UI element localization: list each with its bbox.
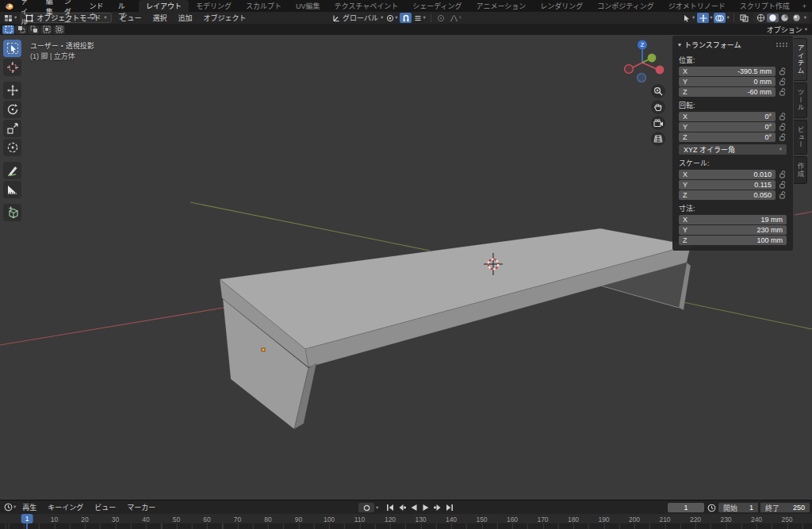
gizmo-x-ball[interactable] [656,66,665,75]
lock-icon[interactable] [779,67,787,75]
dimensions-z-field[interactable]: Z100 mm [679,236,787,245]
workspace-tab-8[interactable]: コンポジティング [590,0,661,12]
workspace-tab-10[interactable]: スクリプト作成 [733,0,797,12]
timeline-menu-2[interactable]: ビュー [89,502,121,512]
shading-solid-button[interactable] [767,13,779,22]
lock-icon[interactable] [779,133,787,141]
scale-x-field[interactable]: X0.010 [679,170,776,179]
sidebar-tab-0[interactable]: アイテム [794,38,807,81]
3d-viewport[interactable]: ユーザー・透視投影 (1) 脚 | 立方体 [0,35,812,500]
lock-icon[interactable] [779,191,787,199]
timeline-editor-type-button[interactable]: ▾ [3,502,17,512]
tool-options-dropdown[interactable]: オプション ▾ [767,25,807,35]
pan-button[interactable] [651,100,665,114]
scale-z-field[interactable]: Z0.050 [679,190,776,200]
workspace-tab-4[interactable]: テクスチャペイント [327,0,406,12]
timeline-menu-3[interactable]: マーカー [121,502,161,512]
sidebar-tab-2[interactable]: ビュー [794,120,807,155]
cursor-tool[interactable] [3,59,21,76]
play-button[interactable] [420,503,431,512]
caret-icon[interactable]: ▾ [710,15,712,21]
topbar-menu-1[interactable]: 編集 [40,0,59,12]
shading-material-button[interactable] [779,13,791,22]
xray-toggle[interactable] [738,13,750,23]
rotation-mode-dropdown[interactable]: XYZ オイラー角 ▾ [679,144,787,155]
add-workspace-button[interactable]: + [797,2,812,10]
workspace-tab-3[interactable]: UV編集 [289,0,327,12]
workspace-tab-2[interactable]: スカルプト [239,0,289,12]
gizmo-neg-z-ball[interactable] [638,74,646,82]
playhead-badge[interactable]: 1 [21,514,33,523]
rotation-y-field[interactable]: Y0° [679,122,776,132]
prev-keyframe-button[interactable] [396,503,407,512]
shading-rendered-button[interactable] [791,13,802,22]
measure-tool[interactable] [3,181,21,198]
current-frame-field[interactable]: 1 [668,503,704,512]
perspective-toggle-button[interactable] [651,132,665,146]
select-mode-intersect-button[interactable] [53,25,65,34]
panel-grip-icon[interactable] [776,42,787,48]
workspace-tab-7[interactable]: レンダリング [533,0,590,12]
zoom-button[interactable] [651,84,665,98]
viewport-menu-1[interactable]: 選択 [147,13,173,23]
rotate-tool[interactable] [3,101,21,118]
workspace-tab-1[interactable]: モデリング [189,0,239,12]
sidebar-tab-3[interactable]: 作成 [794,156,807,184]
next-keyframe-button[interactable] [432,503,442,512]
viewport-menu-3[interactable]: オブジェクト [198,13,252,23]
move-tool[interactable] [3,82,21,99]
rotation-z-field[interactable]: Z0° [679,132,776,142]
frame-end-field[interactable]: 終了 250 [760,503,810,512]
dimensions-y-field[interactable]: Y230 mm [679,225,787,235]
blender-logo-icon[interactable] [4,2,13,10]
show-overlays-toggle[interactable] [714,13,726,23]
workspace-tab-9[interactable]: ジオメトリノード [661,0,733,12]
select-box-tool[interactable] [3,40,21,57]
scale-y-field[interactable]: Y0.115 [679,180,776,190]
lock-icon[interactable] [779,171,787,178]
lock-icon[interactable] [779,78,787,86]
viewport-menu-2[interactable]: 追加 [173,13,198,23]
location-y-field[interactable]: Y0 mm [679,77,776,86]
bench-object[interactable] [220,228,691,429]
playhead-line[interactable] [26,523,28,529]
add-cube-tool[interactable] [3,204,21,221]
object-type-visibility-dropdown[interactable]: ▾ [682,13,695,23]
rotation-x-field[interactable]: X0° [679,112,776,121]
orientation-selector[interactable]: グローバル ▾ [331,13,384,23]
timeline-tick-strip[interactable] [0,523,812,529]
topbar-menu-0[interactable]: ファイル [15,0,40,12]
shading-wireframe-button[interactable] [755,13,767,22]
transform-tool[interactable] [3,139,21,156]
workspace-tab-5[interactable]: シェーディング [405,0,469,12]
navigation-gizmo[interactable]: Z [622,37,669,85]
lock-icon[interactable] [779,88,787,96]
play-reverse-button[interactable] [408,503,419,512]
proportional-editing-toggle[interactable] [435,13,447,23]
timeline-menu-1[interactable]: キーイング [42,502,89,512]
use-preview-range-toggle[interactable] [707,503,717,512]
lock-icon[interactable] [779,181,787,189]
location-z-field[interactable]: Z-60 mm [679,87,776,97]
sidebar-tab-1[interactable]: ツール [794,82,807,118]
timeline-menu-0[interactable]: 再生 [17,502,42,512]
snap-toggle[interactable] [400,13,412,23]
auto-keying-toggle[interactable] [358,503,374,512]
lock-icon[interactable] [779,123,787,131]
frame-start-field[interactable]: 開始 1 [718,503,758,512]
topbar-menu-3[interactable]: ウィンドウ [84,0,113,12]
location-x-field[interactable]: X-390.5 mm [679,67,776,76]
jump-to-end-button[interactable] [444,503,454,512]
scale-tool[interactable] [3,120,21,137]
pivot-point-selector[interactable]: ▾ [385,13,398,23]
camera-view-button[interactable] [651,116,665,130]
workspace-tab-0[interactable]: レイアウト [139,0,189,12]
jump-to-start-button[interactable] [385,503,395,512]
snap-settings-dropdown[interactable]: ▾ [413,13,426,23]
topbar-menu-4[interactable]: ヘルプ [113,0,134,12]
proportional-falloff-dropdown[interactable]: ▾ [449,13,462,23]
gizmo-neg-x-ball[interactable] [625,65,634,74]
timeline-ruler[interactable]: 1 10203040506070809010011012013014015016… [0,514,812,523]
dimensions-x-field[interactable]: X19 mm [679,215,787,224]
select-mode-invert-button[interactable] [40,25,52,34]
